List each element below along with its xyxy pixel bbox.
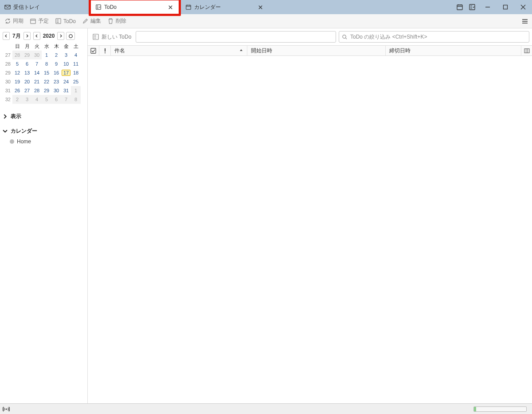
chevron-down-icon — [3, 129, 8, 134]
tab-inbox[interactable]: 受信トレイ — [0, 0, 89, 14]
cal-day[interactable]: 28 — [12, 51, 22, 59]
sync-button[interactable]: 同期 — [3, 16, 25, 26]
col-priority-icon[interactable] — [99, 46, 111, 55]
prev-month-button[interactable] — [3, 32, 10, 40]
cal-day[interactable]: 15 — [42, 68, 51, 77]
cal-day[interactable]: 12 — [12, 68, 22, 77]
cal-day[interactable]: 3 — [61, 51, 71, 59]
cal-day[interactable]: 14 — [32, 68, 42, 77]
toolbar: 同期 予定 ToDo 編集 削除 — [0, 14, 532, 28]
next-month-button[interactable] — [23, 32, 31, 40]
open-tasks-icon[interactable] — [467, 2, 477, 12]
cal-day[interactable]: 6 — [51, 95, 61, 104]
edit-button[interactable]: 編集 — [80, 16, 103, 26]
cal-dow: 金 — [61, 42, 71, 51]
section-view[interactable]: 表示 — [2, 111, 86, 122]
cal-day[interactable]: 30 — [32, 51, 42, 59]
todo-button[interactable]: ToDo — [53, 17, 78, 25]
tab-todo[interactable]: ToDo — [91, 0, 179, 14]
minimize-button[interactable] — [479, 0, 497, 14]
section-view-label: 表示 — [11, 113, 21, 120]
cal-day[interactable]: 9 — [51, 59, 61, 68]
column-picker-button[interactable] — [521, 48, 532, 54]
filter-todo-box[interactable]: ToDo の絞り込み <Ctrl+Shift+K> — [339, 31, 529, 43]
cal-day[interactable]: 10 — [61, 59, 71, 68]
cal-day[interactable]: 2 — [12, 95, 22, 104]
cal-day[interactable]: 11 — [71, 59, 81, 68]
go-today-button[interactable] — [66, 32, 75, 40]
tab-calendar-close[interactable] — [256, 3, 264, 11]
cal-day[interactable]: 25 — [71, 77, 81, 86]
calendar-item-home[interactable]: Home — [10, 138, 86, 146]
next-year-button[interactable] — [57, 32, 64, 40]
event-button[interactable]: 予定 — [28, 16, 51, 26]
svg-point-15 — [5, 408, 7, 410]
col-start[interactable]: 開始日時 — [247, 46, 386, 55]
main-area: 7月 2020 日月火水木金土2728293012342856789101129… — [0, 28, 532, 403]
open-calendar-icon[interactable] — [455, 2, 465, 12]
cal-day[interactable]: 7 — [32, 59, 42, 68]
col-subject[interactable]: 件名 — [111, 46, 247, 55]
col-due-label: 締切日時 — [389, 47, 411, 55]
cal-day[interactable]: 8 — [42, 59, 51, 68]
new-todo-input[interactable] — [136, 31, 336, 43]
cal-day[interactable]: 23 — [51, 77, 61, 86]
svg-rect-14 — [524, 48, 529, 52]
cal-day[interactable]: 4 — [32, 95, 42, 104]
cal-day[interactable]: 13 — [22, 68, 32, 77]
tab-calendar[interactable]: カレンダー — [181, 0, 269, 14]
cal-day[interactable]: 3 — [22, 95, 32, 104]
svg-rect-2 — [186, 5, 191, 10]
delete-button[interactable]: 削除 — [106, 16, 128, 26]
cal-day[interactable]: 20 — [22, 77, 32, 86]
svg-point-10 — [343, 35, 346, 38]
cal-day[interactable]: 1 — [42, 51, 51, 59]
cal-dow: 水 — [42, 42, 51, 51]
tab-todo-close[interactable] — [166, 3, 174, 11]
status-progress — [473, 406, 527, 412]
cal-day[interactable]: 24 — [61, 77, 71, 86]
cal-day[interactable]: 4 — [71, 51, 81, 59]
cal-day[interactable]: 8 — [71, 95, 81, 104]
cal-day[interactable]: 28 — [32, 86, 42, 95]
tab-calendar-label: カレンダー — [194, 4, 247, 11]
content-pane: 新しい ToDo ToDo の絞り込み <Ctrl+Shift+K> 件名 — [88, 28, 532, 403]
delete-label: 削除 — [116, 17, 126, 25]
col-due[interactable]: 締切日時 — [386, 46, 521, 55]
cal-day[interactable]: 2 — [51, 51, 61, 59]
task-column-headers: 件名 開始日時 締切日時 — [88, 45, 532, 56]
svg-rect-5 — [504, 5, 508, 9]
prev-year-button[interactable] — [33, 32, 40, 40]
close-window-button[interactable] — [514, 0, 532, 14]
svg-rect-12 — [105, 48, 106, 51]
app-menu-button[interactable] — [520, 17, 529, 26]
new-todo-button[interactable]: 新しい ToDo — [90, 32, 133, 42]
calendar-icon — [185, 4, 192, 10]
window-controls — [479, 0, 532, 14]
cal-day[interactable]: 22 — [42, 77, 51, 86]
cal-day[interactable]: 17 — [61, 68, 71, 77]
cal-day[interactable]: 29 — [42, 86, 51, 95]
maximize-button[interactable] — [497, 0, 514, 14]
cal-day[interactable]: 31 — [61, 86, 71, 95]
cal-day[interactable]: 5 — [42, 95, 51, 104]
new-todo-label: 新しい ToDo — [102, 33, 131, 41]
section-calendar[interactable]: カレンダー — [2, 126, 86, 137]
cal-day[interactable]: 18 — [71, 68, 81, 77]
filter-placeholder: ToDo の絞り込み <Ctrl+Shift+K> — [350, 33, 427, 41]
cal-dow: 木 — [51, 42, 61, 51]
cal-day[interactable]: 21 — [32, 77, 42, 86]
cal-day[interactable]: 1 — [71, 86, 81, 95]
cal-day[interactable]: 30 — [51, 86, 61, 95]
cal-day[interactable]: 6 — [22, 59, 32, 68]
cal-day[interactable]: 19 — [12, 77, 22, 86]
cal-day[interactable]: 16 — [51, 68, 61, 77]
cal-day[interactable]: 7 — [61, 95, 71, 104]
cal-day[interactable]: 5 — [12, 59, 22, 68]
calendar-item-label: Home — [17, 138, 31, 145]
col-checkbox-icon[interactable] — [88, 46, 99, 55]
mini-calendar[interactable]: 日月火水木金土272829301234285678910112912131415… — [3, 42, 85, 104]
cal-day[interactable]: 26 — [12, 86, 22, 95]
cal-day[interactable]: 27 — [22, 86, 32, 95]
cal-day[interactable]: 29 — [22, 51, 32, 59]
